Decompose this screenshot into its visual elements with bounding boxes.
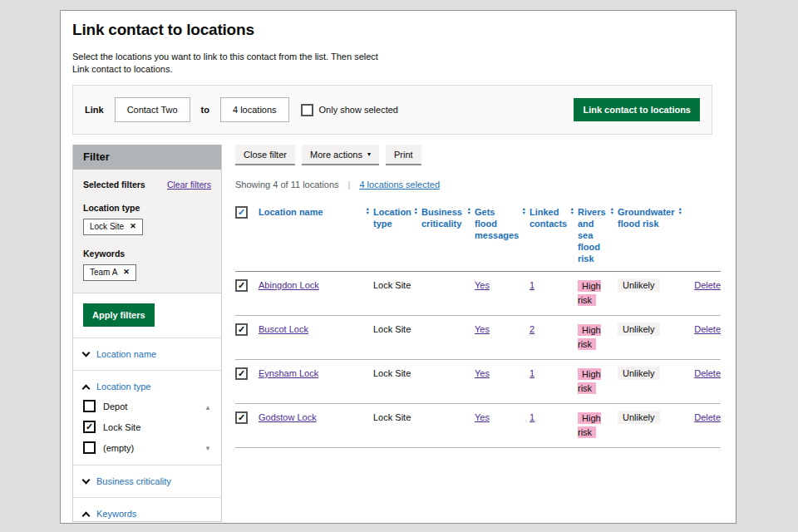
selected-tag-lock-site[interactable]: Lock Site ✕ bbox=[83, 219, 143, 235]
check-icon: ✓ bbox=[238, 413, 245, 422]
column-header-rivers-sea-flood-risk[interactable]: Rivers and sea flood risk▲▼ bbox=[578, 200, 618, 272]
linked-contacts-link[interactable]: 1 bbox=[530, 412, 534, 422]
option-label: Lock Site bbox=[103, 422, 140, 432]
row-checkbox[interactable]: ✓ bbox=[235, 323, 248, 336]
apply-filters-button[interactable]: Apply filters bbox=[83, 303, 155, 327]
contact-chip[interactable]: Contact Two bbox=[115, 97, 190, 122]
business-criticality-cell bbox=[421, 272, 475, 316]
column-header-business-criticality[interactable]: Business criticality▲▼ bbox=[421, 200, 475, 272]
accordion-location-name[interactable]: Location name bbox=[83, 349, 211, 359]
locations-selected-link[interactable]: 4 locations selected bbox=[359, 180, 440, 190]
location-type-cell: Lock Site bbox=[373, 404, 421, 448]
rivers-sea-risk-badge: High risk bbox=[578, 412, 601, 438]
more-actions-button[interactable]: More actions ▾ bbox=[302, 145, 379, 165]
delete-link[interactable]: Delete bbox=[694, 368, 721, 378]
link-contact-to-locations-button[interactable]: Link contact to locations bbox=[574, 98, 700, 121]
to-label: to bbox=[201, 105, 209, 115]
accordion-label: Location type bbox=[96, 382, 150, 392]
groundwater-risk-badge: Unlikely bbox=[618, 367, 660, 380]
delete-link[interactable]: Delete bbox=[694, 324, 721, 334]
scroll-up-icon[interactable]: ▲ bbox=[204, 405, 211, 411]
remove-tag-icon[interactable]: ✕ bbox=[130, 223, 136, 230]
column-label: Groundwater flood risk bbox=[618, 207, 674, 229]
gets-flood-messages-link[interactable]: Yes bbox=[475, 280, 490, 290]
column-header-location-name[interactable]: Location name▲▼ bbox=[259, 200, 373, 272]
locations-list-area: Close filter More actions ▾ Print Showin… bbox=[222, 145, 736, 522]
chevron-up-icon bbox=[82, 384, 91, 392]
link-bar: Link Contact Two to 4 locations ✓ Only s… bbox=[72, 85, 712, 135]
column-label: Location type bbox=[373, 207, 411, 229]
showing-count-text: Showing 4 of 11 locations bbox=[235, 180, 339, 190]
selected-group-label-location-type: Location type bbox=[83, 203, 211, 213]
selected-tag-team-a[interactable]: Team A ✕ bbox=[83, 264, 136, 281]
status-separator: | bbox=[348, 180, 351, 190]
accordion-location-type[interactable]: Location type bbox=[83, 382, 211, 392]
gets-flood-messages-link[interactable]: Yes bbox=[475, 368, 490, 378]
scroll-down-icon[interactable]: ▼ bbox=[204, 446, 211, 452]
column-header-location-type[interactable]: Location type▲▼ bbox=[373, 200, 421, 272]
business-criticality-cell bbox=[421, 316, 475, 360]
close-filter-button[interactable]: Close filter bbox=[235, 145, 295, 165]
column-label: Rivers and sea flood risk bbox=[578, 207, 606, 264]
chevron-up-icon bbox=[82, 511, 91, 520]
table-header-row: ✓ Location name▲▼ Location type▲▼ Busine… bbox=[235, 200, 721, 272]
sort-icon: ▲▼ bbox=[522, 207, 526, 215]
location-name-link[interactable]: Abingdon Lock bbox=[259, 280, 319, 290]
filter-accordions: Apply filters Location name Location typ… bbox=[73, 293, 221, 522]
column-label: Location name bbox=[259, 207, 323, 217]
check-icon: ✓ bbox=[238, 208, 245, 217]
row-checkbox[interactable]: ✓ bbox=[235, 411, 248, 424]
column-header-gets-flood-messages[interactable]: Gets flood messages▲▼ bbox=[475, 200, 530, 272]
row-checkbox[interactable]: ✓ bbox=[235, 367, 248, 380]
divider bbox=[73, 497, 221, 498]
sort-icon: ▲▼ bbox=[678, 207, 682, 215]
locations-chip[interactable]: 4 locations bbox=[220, 97, 289, 122]
delete-link[interactable]: Delete bbox=[694, 412, 721, 422]
linked-contacts-link[interactable]: 2 bbox=[530, 324, 534, 334]
row-checkbox[interactable]: ✓ bbox=[235, 279, 248, 292]
sort-icon: ▲▼ bbox=[610, 207, 614, 215]
groundwater-risk-badge: Unlikely bbox=[618, 323, 660, 336]
tag-label: Team A bbox=[90, 268, 117, 277]
groundwater-risk-badge: Unlikely bbox=[618, 411, 660, 424]
business-criticality-cell bbox=[421, 360, 475, 404]
divider bbox=[73, 337, 221, 338]
table-row: ✓ Buscot Lock Lock Site Yes 2 High risk … bbox=[235, 316, 721, 360]
option-checkbox[interactable]: ✓ bbox=[83, 441, 96, 454]
linked-contacts-link[interactable]: 1 bbox=[530, 368, 534, 378]
gets-flood-messages-link[interactable]: Yes bbox=[475, 412, 490, 422]
selected-filters-section: Selected filters Clear filters Location … bbox=[73, 170, 221, 293]
column-header-linked-contacts[interactable]: Linked contacts▲▼ bbox=[530, 200, 578, 272]
column-header-groundwater-flood-risk[interactable]: Groundwater flood risk▲▼ bbox=[618, 200, 686, 272]
clear-filters-link[interactable]: Clear filters bbox=[167, 180, 211, 190]
linked-contacts-link[interactable]: 1 bbox=[530, 280, 534, 290]
sort-icon: ▲▼ bbox=[570, 207, 574, 215]
print-button[interactable]: Print bbox=[386, 145, 421, 165]
intro-line-1: Select the locations you want to link to… bbox=[72, 51, 736, 63]
option-checkbox[interactable]: ✓ bbox=[83, 421, 96, 433]
table-row: ✓ Abingdon Lock Lock Site Yes 1 High ris… bbox=[235, 272, 721, 316]
delete-link[interactable]: Delete bbox=[694, 280, 721, 290]
only-show-selected-checkbox[interactable]: ✓ bbox=[301, 104, 313, 116]
location-name-link[interactable]: Buscot Lock bbox=[259, 324, 308, 334]
accordion-label: Business criticality bbox=[96, 476, 171, 486]
accordion-keywords[interactable]: Keywords bbox=[83, 509, 211, 519]
rivers-sea-risk-badge: High risk bbox=[578, 368, 601, 394]
option-label: (empty) bbox=[103, 443, 134, 453]
location-type-cell: Lock Site bbox=[373, 316, 421, 360]
table-row: ✓ Godstow Lock Lock Site Yes 1 High risk… bbox=[235, 404, 721, 448]
location-name-link[interactable]: Godstow Lock bbox=[259, 412, 317, 422]
gets-flood-messages-link[interactable]: Yes bbox=[475, 324, 490, 334]
select-all-checkbox[interactable]: ✓ bbox=[235, 206, 248, 219]
option-empty: ✓ (empty) bbox=[83, 441, 198, 454]
location-type-options: ▲ ▼ ✓ Depot ✓ Lock Site ✓ (empty) bbox=[83, 400, 211, 454]
location-name-link[interactable]: Eynsham Lock bbox=[259, 368, 318, 378]
option-checkbox[interactable]: ✓ bbox=[83, 400, 96, 412]
remove-tag-icon[interactable]: ✕ bbox=[123, 268, 130, 276]
filter-panel-title: Filter bbox=[73, 145, 221, 170]
accordion-business-criticality[interactable]: Business criticality bbox=[83, 476, 211, 486]
check-icon: ✓ bbox=[238, 369, 245, 378]
column-label: Gets flood messages bbox=[475, 207, 519, 240]
option-label: Depot bbox=[103, 401, 127, 411]
divider bbox=[73, 465, 221, 466]
